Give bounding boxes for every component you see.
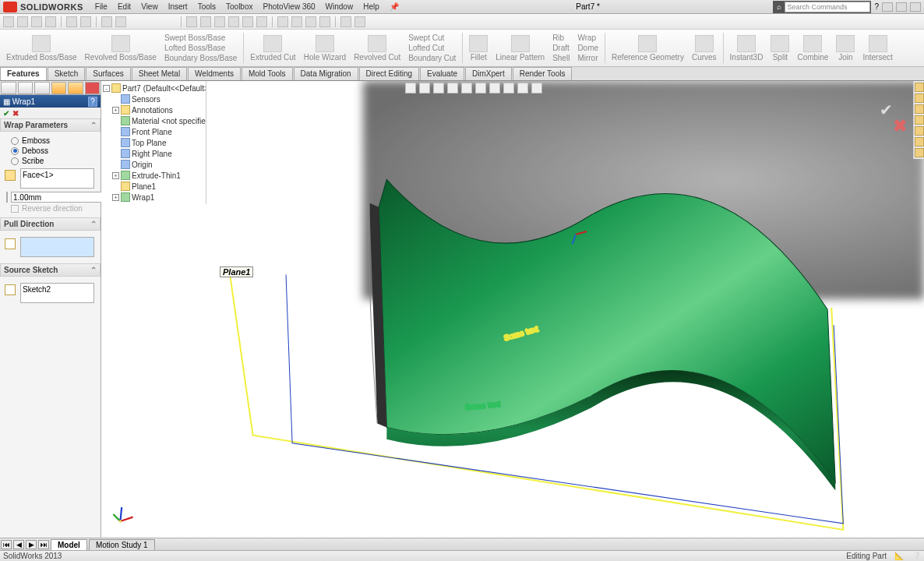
- zoom-fit-icon[interactable]: [405, 83, 416, 94]
- view-settings-icon[interactable]: [531, 83, 542, 94]
- status-units-icon[interactable]: 📐: [894, 552, 904, 560]
- tabnav-next[interactable]: ▶: [26, 540, 37, 549]
- view-triad[interactable]: [109, 500, 137, 528]
- ok-icon[interactable]: ✔: [3, 109, 9, 118]
- model-3d-view[interactable]: Some text Some text: [101, 81, 924, 538]
- radio-emboss[interactable]: Emboss: [11, 136, 90, 145]
- tab-rendertools[interactable]: Render Tools: [513, 67, 573, 80]
- tree-frontplane[interactable]: Front Plane: [103, 126, 204, 137]
- relation-icon[interactable]: [340, 16, 351, 27]
- rib-button[interactable]: Rib: [549, 34, 573, 42]
- menu-help[interactable]: Help: [359, 1, 383, 12]
- menu-file[interactable]: File: [91, 1, 111, 12]
- extruded-cut-button[interactable]: Extruded Cut: [247, 31, 298, 65]
- tree-topplane[interactable]: Top Plane: [103, 137, 204, 148]
- mirror-icon[interactable]: [319, 16, 330, 27]
- tab-weldments[interactable]: Weldments: [188, 67, 241, 80]
- pull-direction-header[interactable]: Pull Direction⌃: [0, 217, 101, 231]
- options-icon[interactable]: [115, 16, 126, 27]
- rectangle-icon[interactable]: [200, 16, 211, 27]
- tab-moldtools[interactable]: Mold Tools: [242, 67, 293, 80]
- tabnav-first[interactable]: ⏮: [1, 540, 12, 549]
- tree-plane1[interactable]: Plane1: [103, 181, 204, 192]
- swept-boss-button[interactable]: Swept Boss/Base: [161, 34, 240, 42]
- instant3d-button[interactable]: Instant3D: [727, 31, 767, 65]
- pm-tab-propertymanager[interactable]: [18, 82, 34, 94]
- tree-origin[interactable]: Origin: [103, 159, 204, 170]
- tabnav-last[interactable]: ⏭: [38, 540, 49, 549]
- wrap-button[interactable]: Wrap: [574, 34, 601, 42]
- open-icon[interactable]: [17, 16, 28, 27]
- save-icon[interactable]: [31, 16, 42, 27]
- face-selection-box[interactable]: Face<1>: [20, 168, 94, 189]
- menu-photoview[interactable]: PhotoView 360: [259, 1, 319, 12]
- swept-cut-button[interactable]: Swept Cut: [405, 34, 459, 42]
- tab-sketch[interactable]: Sketch: [48, 67, 86, 80]
- spline-icon[interactable]: [242, 16, 253, 27]
- source-selection-box[interactable]: Sketch2: [20, 283, 94, 303]
- menu-tools[interactable]: Tools: [194, 1, 220, 12]
- new-icon[interactable]: [3, 16, 14, 27]
- trim-icon[interactable]: [291, 16, 302, 27]
- previous-view-icon[interactable]: [433, 83, 444, 94]
- extruded-boss-button[interactable]: Extruded Boss/Base: [3, 31, 80, 65]
- pm-tab-display[interactable]: [68, 82, 83, 94]
- status-custom-icon[interactable]: ❔: [912, 552, 921, 560]
- tree-wrap1[interactable]: +Wrap1: [103, 192, 204, 203]
- tab-directediting[interactable]: Direct Editing: [359, 67, 419, 80]
- tree-extrude[interactable]: +Extrude-Thin1: [103, 170, 204, 181]
- zoom-area-icon[interactable]: [419, 83, 430, 94]
- hole-wizard-button[interactable]: Hole Wizard: [301, 31, 349, 65]
- undo-icon[interactable]: [66, 16, 77, 27]
- search-input[interactable]: Search Commands: [785, 2, 870, 12]
- pm-tab-featuremanager[interactable]: [1, 82, 16, 94]
- pm-tab-configurationmanager[interactable]: [34, 82, 50, 94]
- lofted-boss-button[interactable]: Lofted Boss/Base: [161, 44, 240, 52]
- display-style-icon[interactable]: [475, 83, 486, 94]
- minimize-button[interactable]: [882, 2, 893, 12]
- tree-root[interactable]: -Part7 (Default<<Default>_...: [103, 83, 204, 94]
- tab-datamigration[interactable]: Data Migration: [294, 67, 358, 80]
- tab-surfaces[interactable]: Surfaces: [86, 67, 130, 80]
- edit-appearance-icon[interactable]: [503, 83, 514, 94]
- tree-sensors[interactable]: Sensors: [103, 94, 204, 104]
- curves-button[interactable]: Curves: [689, 31, 720, 65]
- tab-dimxpert[interactable]: DimXpert: [465, 67, 512, 80]
- reference-geom-button[interactable]: Reference Geometry: [608, 31, 687, 65]
- menu-edit[interactable]: Edit: [114, 1, 135, 12]
- circle-icon[interactable]: [214, 16, 225, 27]
- depth-input[interactable]: ▴▾: [6, 192, 94, 203]
- print-icon[interactable]: [45, 16, 56, 27]
- depth-field[interactable]: [11, 192, 115, 203]
- draft-button[interactable]: Draft: [549, 44, 573, 52]
- arc-icon[interactable]: [228, 16, 239, 27]
- radio-scribe[interactable]: Scribe: [11, 157, 90, 165]
- reverse-checkbox[interactable]: Reverse direction: [11, 204, 90, 213]
- tree-rightplane[interactable]: Right Plane: [103, 148, 204, 159]
- tab-model[interactable]: Model: [51, 539, 87, 550]
- pull-selection-box[interactable]: [20, 237, 94, 257]
- hide-show-icon[interactable]: [489, 83, 500, 94]
- boundary-cut-button[interactable]: Boundary Cut: [405, 54, 459, 62]
- plane-label[interactable]: Plane1: [220, 266, 253, 277]
- menu-window[interactable]: Window: [322, 1, 358, 12]
- apply-scene-icon[interactable]: [517, 83, 528, 94]
- pm-tab-render[interactable]: [85, 82, 101, 94]
- shell-button[interactable]: Shell: [549, 54, 573, 62]
- help-icon[interactable]: ?: [874, 2, 879, 11]
- tab-motion-study[interactable]: Motion Study 1: [89, 539, 155, 550]
- combine-button[interactable]: Combine: [794, 31, 831, 65]
- section-view-icon[interactable]: [447, 83, 458, 94]
- pm-help-icon[interactable]: ?: [88, 97, 97, 107]
- tree-material[interactable]: Material <not specified>: [103, 115, 204, 126]
- tabnav-prev[interactable]: ◀: [13, 540, 24, 549]
- boundary-boss-button[interactable]: Boundary Boss/Base: [161, 54, 240, 62]
- redo-icon[interactable]: [80, 16, 91, 27]
- wrap-params-header[interactable]: Wrap Parameters⌃: [0, 118, 101, 132]
- graphics-area[interactable]: -Part7 (Default<<Default>_... Sensors +A…: [101, 81, 924, 538]
- tab-evaluate[interactable]: Evaluate: [420, 67, 464, 80]
- revolved-boss-button[interactable]: Revolved Boss/Base: [82, 31, 160, 65]
- linear-pattern-button[interactable]: Linear Pattern: [492, 31, 548, 65]
- offset-icon[interactable]: [305, 16, 316, 27]
- source-sketch-header[interactable]: Source Sketch⌃: [0, 263, 101, 277]
